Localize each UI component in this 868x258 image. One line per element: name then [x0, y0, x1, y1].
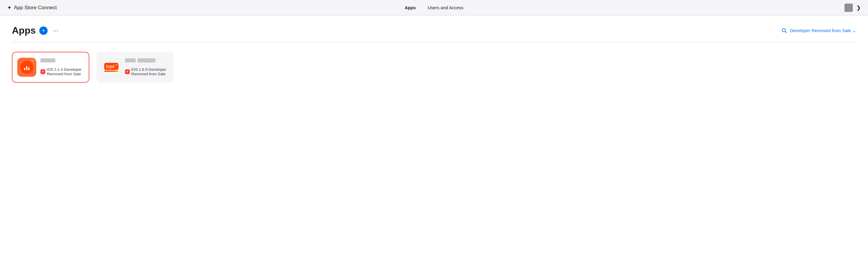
status-error-icon-1 [40, 69, 45, 74]
navbar-right: ❯ [844, 4, 861, 12]
page-header: Apps + ··· Developer Removed from Sale ⌄ [12, 25, 856, 36]
app-status-text-2: iOS 1.6.9 Developer Removed from Sale [131, 67, 168, 76]
app-icon-1 [17, 58, 36, 77]
app-status-2: iOS 1.6.9 Developer Removed from Sale [125, 67, 168, 76]
brand-icon: ✦ [7, 4, 11, 11]
app-status-text-1: iOS 2.1.4 Developer Removed from Sale [47, 67, 84, 76]
app-name-blurred-2a [125, 58, 136, 63]
tuya-logo-wrap: tuya [104, 63, 119, 72]
app-name-blurred-1a [40, 58, 55, 63]
app-card-1[interactable]: iOS 2.1.4 Developer Removed from Sale [12, 52, 89, 83]
tuya-underline [104, 70, 119, 72]
app-name-blurred-2b [137, 58, 155, 63]
brand-name: App Store Connect [14, 5, 57, 11]
chevron-down-icon: ⌄ [852, 28, 856, 33]
app-card-2[interactable]: tuya [96, 52, 174, 83]
tuya-icon-content: tuya [104, 63, 119, 72]
tuya-logo-text: tuya [104, 63, 119, 70]
search-icon [782, 28, 787, 33]
bar2 [26, 66, 27, 70]
svg-point-3 [116, 65, 117, 66]
more-options-button[interactable]: ··· [51, 26, 61, 35]
svg-line-1 [785, 31, 786, 33]
app1-mic-circle [20, 61, 33, 74]
app-grid: iOS 2.1.4 Developer Removed from Sale tu… [12, 52, 856, 83]
navbar: ✦ App Store Connect Apps Users and Acces… [0, 0, 868, 15]
page-title: Apps [12, 25, 36, 36]
mic-bars [24, 64, 29, 70]
brand-logo[interactable]: ✦ App Store Connect [7, 4, 57, 11]
nav-link-users-access[interactable]: Users and Access [428, 5, 463, 10]
tuya-signal-icon [115, 63, 118, 67]
app-info-2: iOS 1.6.9 Developer Removed from Sale [125, 58, 168, 76]
navbar-links: Apps Users and Access [405, 5, 463, 10]
user-avatar[interactable] [844, 4, 853, 12]
page-header-right: Developer Removed from Sale ⌄ [782, 28, 856, 33]
bar1 [24, 68, 25, 70]
app2-icon-bg: tuya [102, 58, 121, 77]
app1-icon-bg [17, 58, 36, 77]
search-button[interactable] [782, 28, 787, 33]
add-app-button[interactable]: + [39, 27, 48, 35]
bar3 [28, 67, 29, 70]
filter-label: Developer Removed from Sale [790, 28, 851, 33]
svg-point-2 [32, 62, 33, 63]
app-icon-2: tuya [102, 58, 121, 77]
page-header-left: Apps + ··· [12, 25, 61, 36]
nav-link-apps[interactable]: Apps [405, 5, 416, 10]
status-error-icon-2 [125, 69, 130, 74]
app-status-1: iOS 2.1.4 Developer Removed from Sale [40, 67, 84, 76]
chevron-icon[interactable]: ❯ [857, 4, 861, 11]
app-info-1: iOS 2.1.4 Developer Removed from Sale [40, 58, 84, 76]
filter-dropdown-button[interactable]: Developer Removed from Sale ⌄ [790, 28, 856, 33]
main-content: Apps + ··· Developer Removed from Sale ⌄ [0, 15, 868, 258]
